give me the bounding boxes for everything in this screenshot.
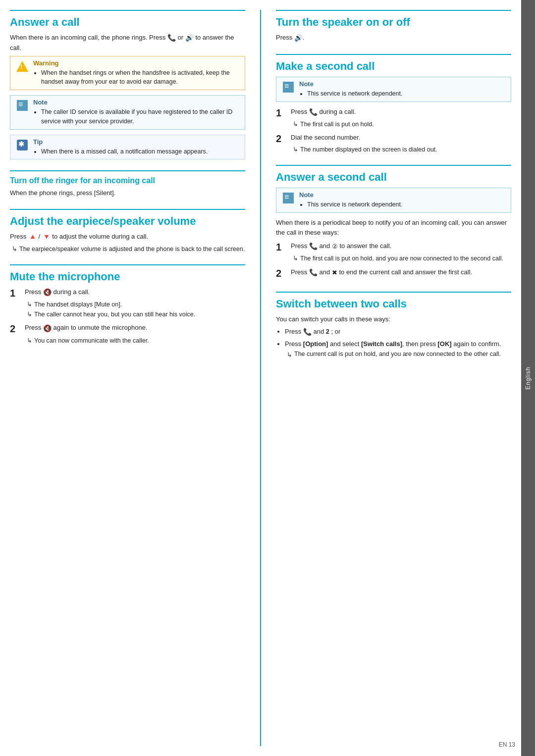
- mute-step-2: 2 Press 🔇 again to unmute the microphone…: [10, 323, 245, 345]
- arrow-sc2: ↳: [293, 146, 298, 153]
- lines-icon-2: [283, 82, 294, 93]
- warning-list: When the handset rings or when the hands…: [33, 68, 240, 87]
- step-num-1: 1: [10, 287, 21, 299]
- divider-second-call: [276, 54, 511, 55]
- step-as1-sub-text: The first call is put on hold, and you a…: [300, 254, 503, 263]
- step-1-sub-text-2: The caller cannot hear you, but you can …: [34, 310, 195, 319]
- note-box-second-call: Note This service is network dependent.: [276, 77, 511, 102]
- note-title-3: Note: [299, 191, 506, 199]
- switch-calls-list: Press 📞 and 2 ; or Press [Option] and se…: [276, 327, 511, 359]
- end-icon-as2: ✖: [332, 268, 337, 278]
- divider-answer-second: [276, 165, 511, 166]
- star-icon: [17, 140, 28, 151]
- note-title-2: Note: [299, 80, 506, 88]
- page-footer: EN 13: [499, 741, 515, 748]
- step-num-2: 2: [10, 323, 21, 335]
- warning-title: Warning: [33, 59, 240, 67]
- step-1-sub-2: ↳ The caller cannot hear you, but you ca…: [27, 310, 245, 319]
- second-call-steps: 1 Press 📞 during a call. ↳ The first cal…: [276, 107, 511, 154]
- main-content: Answer a call When there is an incoming …: [0, 0, 521, 756]
- mute-step-1: 1 Press 🔇 during a call. ↳ The handset d…: [10, 287, 245, 319]
- step-sc1-main: Press 📞 during a call.: [291, 107, 511, 117]
- step-num-sc2: 2: [276, 133, 287, 145]
- section-mute-mic: Mute the microphone 1 Press 🔇 during a c…: [10, 264, 245, 345]
- switch-sub: ↳ The current call is put on hold, and y…: [287, 350, 511, 360]
- adjust-volume-sub: ↳ The earpiece/speaker volume is adjuste…: [12, 245, 245, 254]
- step-num-as2: 2: [276, 267, 287, 279]
- note-icon-3: [281, 191, 295, 205]
- answer-second-steps: 1 Press 📞 and ② to answer the call. ↳: [276, 241, 511, 281]
- title-answer-call: Answer a call: [10, 16, 245, 29]
- step-1-sub-1: ↳ The handset displays [Mute on].: [27, 301, 245, 309]
- section-adjust-volume: Adjust the earpiece/speaker volume Press…: [10, 209, 245, 254]
- note-content-3: Note This service is network dependent.: [299, 191, 506, 209]
- step-sc1-sub: ↳ The first call is put on hold.: [293, 120, 511, 129]
- section-turn-off-ringer: Turn off the ringer for an incoming call…: [10, 170, 245, 198]
- step-as1-sub: ↳ The first call is put on hold, and you…: [293, 254, 511, 263]
- title-turn-off-ringer: Turn off the ringer for an incoming call: [10, 176, 245, 185]
- note-icon-2: [281, 80, 295, 94]
- note-content-2: Note This service is network dependent.: [299, 80, 506, 99]
- switch-bullet-2: Press [Option] and select [Switch calls]…: [285, 339, 511, 359]
- tip-icon: [15, 138, 29, 152]
- answer-second-step-1: 1 Press 📞 and ② to answer the call. ↳: [276, 241, 511, 263]
- title-turn-speaker: Turn the speaker on or off: [276, 16, 511, 29]
- note-list-3: This service is network dependent.: [299, 200, 506, 209]
- mute-button-icon-1: 🔇: [43, 287, 52, 298]
- step-body-as1: Press 📞 and ② to answer the call. ↳ The …: [291, 241, 511, 263]
- answer-call-body: When there is an incoming call, the phon…: [10, 33, 245, 53]
- language-side-tab: English: [521, 0, 535, 756]
- left-column: Answer a call When there is an incoming …: [10, 10, 261, 746]
- adjust-volume-body: Press 🔺 / 🔻 to adjust the volume during …: [10, 232, 245, 242]
- note-box-1: Note The caller ID service is available …: [10, 95, 245, 130]
- phone-icon-as2: 📞: [309, 267, 318, 278]
- step-2-main: Press 🔇 again to unmute the microphone.: [25, 323, 245, 333]
- speaker-icon-2: 🔊: [294, 33, 303, 43]
- step-body-sc1: Press 📞 during a call. ↳ The first call …: [291, 107, 511, 129]
- step-sc2-sub: ↳ The number displayed on the screen is …: [293, 146, 511, 154]
- arrow-as1: ↳: [293, 254, 298, 262]
- step-1-sub-text-1: The handset displays [Mute on].: [34, 301, 122, 309]
- title-answer-second-call: Answer a second call: [276, 171, 511, 184]
- step-2-sub-1: ↳ You can now communicate with the calle…: [27, 337, 245, 346]
- title-mute-mic: Mute the microphone: [10, 270, 245, 283]
- vol-up-icon: 🔺: [28, 232, 37, 242]
- arrow-sc1: ↳: [293, 120, 298, 128]
- step-num-as1: 1: [276, 241, 287, 253]
- second-call-step-1: 1 Press 📞 during a call. ↳ The first cal…: [276, 107, 511, 129]
- switch-bullet-1: Press 📞 and 2 ; or: [285, 327, 511, 337]
- title-switch-calls: Switch between two calls: [276, 298, 511, 310]
- phone-icon-as1: 📞: [309, 241, 318, 252]
- section-turn-speaker: Turn the speaker on or off Press 🔊.: [276, 10, 511, 43]
- step-body-sc2: Dial the second number. ↳ The number dis…: [291, 133, 511, 154]
- arrow-1b: ↳: [27, 310, 32, 318]
- warning-box: Warning When the handset rings or when t…: [10, 56, 245, 91]
- step-as2-main: Press 📞 and ✖ to end the current call an…: [291, 267, 511, 278]
- warning-icon: [15, 59, 29, 73]
- num2-icon-as1: ②: [332, 242, 338, 252]
- switch-calls-intro: You can switch your calls in these ways:: [276, 314, 511, 324]
- note-content-1: Note The caller ID service is available …: [33, 99, 240, 126]
- step-as1-main: Press 📞 and ② to answer the call.: [291, 241, 511, 252]
- speaker-icon-1: 🔊: [185, 33, 194, 43]
- note-box-answer-second: Note This service is network dependent.: [276, 188, 511, 213]
- section-answer-call: Answer a call When there is an incoming …: [10, 10, 245, 159]
- note-item-2: This service is network dependent.: [307, 89, 506, 99]
- divider-volume: [10, 209, 245, 210]
- mute-button-icon-2: 🔇: [43, 323, 52, 334]
- tip-box: Tip When there is a missed call, a notif…: [10, 135, 245, 160]
- phone-icon-1: 📞: [167, 33, 176, 43]
- arrow-sw: ↳: [287, 350, 292, 360]
- answer-second-intro: When there is a periodical beep to notif…: [276, 218, 511, 237]
- warning-triangle: [16, 61, 28, 72]
- tip-item: When there is a missed call, a notificat…: [41, 147, 240, 156]
- vol-down-icon: 🔻: [42, 232, 51, 242]
- divider-switch: [276, 292, 511, 293]
- step-body-2: Press 🔇 again to unmute the microphone. …: [25, 323, 245, 345]
- turn-speaker-body: Press 🔊.: [276, 33, 511, 43]
- step-sc2-sub-text: The number displayed on the screen is di…: [300, 146, 437, 154]
- note-title-1: Note: [33, 99, 240, 106]
- title-make-second-call: Make a second call: [276, 60, 511, 73]
- divider-mute: [10, 264, 245, 265]
- note-list-1: The caller ID service is available if yo…: [33, 107, 240, 126]
